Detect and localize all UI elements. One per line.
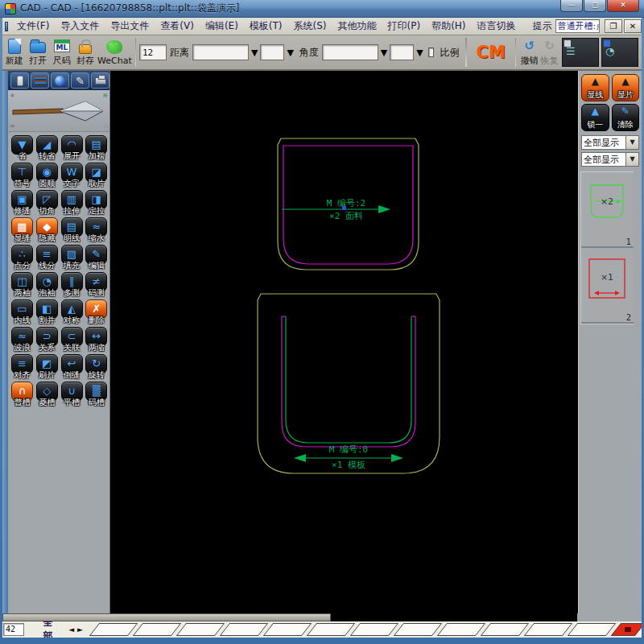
menu-item[interactable]: 模板(T) — [244, 19, 288, 33]
menu-item[interactable]: 打印(P) — [382, 19, 427, 33]
tool-button-切角[interactable]: ◸切角 — [35, 190, 59, 214]
sheet-tab[interactable] — [524, 623, 573, 636]
tool-button-修缝[interactable]: ▣修缝 — [10, 190, 34, 214]
sheet-tab[interactable] — [307, 623, 356, 636]
tool-button-隐藏[interactable]: ◆隐藏 — [35, 217, 59, 242]
tool-button-泡袖[interactable]: ◔泡袖 — [35, 272, 59, 296]
tool-button-割并[interactable]: ◧割并 — [35, 299, 59, 324]
panel-button-显线[interactable]: ▲显线 — [581, 74, 609, 101]
tool-button-删除[interactable]: ✗删除 — [85, 299, 108, 324]
horizontal-scrollbar[interactable] — [2, 613, 642, 621]
cm-unit-button[interactable]: CM — [470, 43, 512, 62]
maximize-button[interactable]: ▢ — [584, 0, 606, 12]
sheet-tab[interactable] — [133, 623, 182, 636]
size-button[interactable]: ML 尺码 — [50, 36, 74, 68]
tool-button-菱槽[interactable]: ◇菱槽 — [35, 382, 59, 406]
angle-step-input[interactable] — [390, 44, 414, 60]
tool-button-线分[interactable]: ≡线分 — [35, 245, 59, 269]
tool-button-文字[interactable]: W文字 — [60, 163, 84, 187]
printer-icon[interactable] — [91, 72, 109, 89]
tool-button-普槽[interactable]: ∩普槽 — [10, 382, 34, 406]
distance-dropdown-icon[interactable]: ▼ — [251, 47, 258, 58]
piece-preview-button[interactable]: ◔ — [601, 38, 638, 67]
scrollbar-thumb[interactable] — [2, 613, 331, 621]
layout-preview-button[interactable]: ☰ — [562, 38, 599, 67]
tool-button-填充[interactable]: ▧填充 — [60, 245, 84, 269]
undo-button[interactable]: ↺ 撤销 — [519, 36, 539, 68]
sheet-tab[interactable] — [350, 623, 399, 636]
tool-button-显缝[interactable]: ▩显缝 — [10, 217, 34, 242]
sheet-tab[interactable] — [437, 623, 486, 636]
pattern-piece-top[interactable]: M 编号:2 ×2 面料 — [278, 138, 419, 270]
tool-button-取片[interactable]: ◪取片 — [85, 163, 108, 187]
menu-item[interactable]: 编辑(E) — [200, 19, 244, 33]
angle-dropdown-icon[interactable]: ▼ — [381, 47, 387, 58]
pencil-icon[interactable]: ✎ — [71, 72, 89, 89]
tool-button-两缩[interactable]: ↔两缩 — [85, 327, 108, 351]
tool-button-编辑[interactable]: ✎编辑 — [85, 245, 108, 269]
display-filter-dropdown[interactable]: 全部显示 ▼ — [581, 135, 639, 150]
tool-button-对齐[interactable]: ≡对齐 — [10, 354, 34, 378]
display-filter-dropdown-2[interactable]: 全部显示 ▼ — [581, 152, 639, 167]
tool-button-圆顺[interactable]: ◉圆顺 — [35, 163, 59, 187]
tool-button-平槽[interactable]: ∪平槽 — [60, 382, 84, 406]
sheet-tab[interactable] — [568, 623, 617, 636]
panel-button-清除[interactable]: ✎清除 — [612, 104, 640, 131]
panel-button-锁一[interactable]: ▲锁一 — [581, 104, 609, 131]
tool-button-对称[interactable]: ◭对称 — [60, 299, 84, 324]
tool-button-旋转[interactable]: ↻旋转 — [85, 354, 108, 378]
redo-button[interactable]: ↻ 恢复 — [539, 36, 559, 68]
distance-input[interactable] — [192, 44, 249, 60]
distance-step-dropdown-icon[interactable]: ▼ — [287, 47, 293, 58]
tool-button-两袖[interactable]: ◫两袖 — [10, 272, 34, 296]
tool-button-定拉[interactable]: ◨定拉 — [85, 190, 108, 214]
minimize-button[interactable]: — — [560, 0, 583, 12]
tool-button-省[interactable]: ▼省 — [10, 135, 34, 159]
tool-button-波浪[interactable]: ≈波浪 — [10, 327, 34, 351]
angle-input[interactable] — [322, 44, 378, 60]
pattern-piece-bottom[interactable]: M 编号:0 ×1 模板 — [258, 294, 440, 473]
tool-button-码测[interactable]: ≠码测 — [85, 272, 108, 296]
tool-button-展开[interactable]: ◠展开 — [60, 135, 84, 159]
tab-nav-arrows[interactable]: ◄► — [68, 625, 86, 634]
child-restore-button[interactable]: ❐ — [605, 19, 622, 33]
sheet-tab[interactable] — [263, 623, 312, 636]
menu-item[interactable]: 导入文件 — [55, 19, 105, 33]
tool-button-明线[interactable]: ▤明线 — [60, 217, 84, 242]
menu-item[interactable]: 导出文件 — [105, 19, 155, 33]
tool-button-倒缝[interactable]: ↩倒缝 — [60, 354, 84, 378]
tool-button-符号[interactable]: ⊤符号 — [10, 163, 34, 187]
menu-item[interactable]: 其他功能 — [332, 19, 382, 33]
sphere-icon[interactable] — [51, 72, 69, 89]
sheet-tab[interactable] — [220, 623, 269, 636]
sheet-tab[interactable] — [176, 623, 225, 636]
menu-item[interactable]: 系统(S) — [288, 19, 332, 33]
menu-item[interactable]: 查看(V) — [155, 19, 200, 33]
child-close-button[interactable]: ✕ — [624, 19, 642, 33]
usb-icon[interactable] — [10, 72, 29, 89]
menu-item[interactable]: 文件(F) — [11, 19, 55, 33]
wechat-button[interactable]: WeChat — [97, 36, 132, 68]
tool-button-关联[interactable]: ⊂关联 — [60, 327, 84, 351]
value-input[interactable] — [139, 44, 167, 60]
sheet-tab[interactable] — [394, 623, 443, 636]
distance-step-input[interactable] — [260, 44, 284, 60]
tool-button-转省[interactable]: ◢转省 — [35, 135, 59, 159]
tool-button-点分[interactable]: ∴点分 — [10, 245, 34, 269]
menu-item[interactable]: 帮助(H) — [426, 19, 471, 33]
tool-button-刷片[interactable]: ◩刷片 — [35, 354, 59, 378]
tab-all-label[interactable]: 全部 — [43, 621, 60, 638]
new-file-button[interactable]: 新建 — [2, 36, 27, 68]
layers-icon[interactable] — [31, 72, 49, 89]
sheet-tab[interactable] — [481, 623, 530, 636]
angle-step-dropdown-icon[interactable]: ▼ — [416, 47, 423, 58]
drawing-canvas[interactable]: M 编号:2 ×2 面料 M 编号:0 ×1 模板 — [110, 71, 578, 613]
open-file-button[interactable]: 打开 — [27, 36, 51, 68]
tool-button-关系[interactable]: ⊃关系 — [35, 327, 59, 351]
close-button[interactable]: ✕ — [607, 0, 639, 12]
tool-button-码槽[interactable]: ▒码槽 — [85, 382, 108, 406]
tool-button-缩水[interactable]: ≈缩水 — [85, 217, 108, 242]
menu-item[interactable]: 语言切换 — [472, 19, 522, 33]
sheet-tab[interactable] — [89, 623, 138, 636]
panel-button-显片[interactable]: ▲显片 — [612, 74, 640, 101]
